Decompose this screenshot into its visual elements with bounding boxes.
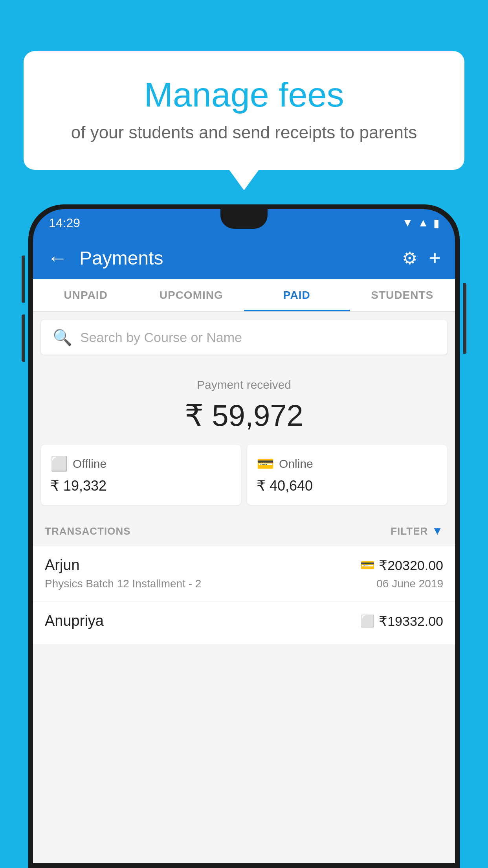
speech-bubble: Manage fees of your students and send re… bbox=[24, 51, 464, 170]
payment-summary: Payment received ₹ 59,972 bbox=[33, 362, 455, 445]
search-bar[interactable]: 🔍 Search by Course or Name bbox=[41, 320, 447, 355]
status-icons: ▼ ▲ ▮ bbox=[402, 217, 439, 230]
transaction-row-top: Arjun 💳 ₹20320.00 bbox=[45, 557, 443, 574]
payment-received-amount: ₹ 59,972 bbox=[41, 398, 447, 433]
phone-side-button-right bbox=[463, 283, 466, 354]
tab-upcoming[interactable]: UPCOMING bbox=[139, 279, 244, 311]
transaction-amount: ₹20320.00 bbox=[379, 557, 443, 573]
online-payment-card: 💳 Online ₹ 40,640 bbox=[247, 445, 447, 505]
transaction-date: 06 June 2019 bbox=[376, 577, 443, 590]
add-icon[interactable]: + bbox=[429, 246, 441, 270]
online-card-header: 💳 Online bbox=[257, 456, 438, 472]
status-bar: 14:29 ▼ ▲ ▮ bbox=[33, 209, 455, 237]
app-bar: ← Payments ⚙ + bbox=[33, 237, 455, 279]
amount-info: ⬜ ₹19332.00 bbox=[360, 613, 443, 629]
wifi-icon: ▼ bbox=[402, 217, 413, 229]
payment-type-icon: 💳 bbox=[360, 558, 375, 572]
offline-amount: ₹ 19,332 bbox=[50, 478, 231, 494]
speech-bubble-container: Manage fees of your students and send re… bbox=[24, 51, 464, 170]
status-time: 14:29 bbox=[49, 216, 80, 230]
online-icon: 💳 bbox=[257, 456, 274, 472]
tab-unpaid[interactable]: UNPAID bbox=[33, 279, 139, 311]
speech-bubble-subtext: of your students and send receipts to pa… bbox=[55, 123, 433, 142]
speech-bubble-heading: Manage fees bbox=[55, 75, 433, 115]
online-label: Online bbox=[279, 457, 313, 471]
phone-side-button-left-bottom bbox=[22, 314, 25, 362]
page-title: Payments bbox=[79, 247, 402, 269]
payment-received-label: Payment received bbox=[41, 378, 447, 392]
app-bar-actions: ⚙ + bbox=[402, 246, 441, 270]
battery-icon: ▮ bbox=[433, 217, 439, 230]
transaction-row-top: Anupriya ⬜ ₹19332.00 bbox=[45, 612, 443, 629]
online-amount: ₹ 40,640 bbox=[257, 478, 438, 494]
course-info: Physics Batch 12 Installment - 2 bbox=[45, 577, 201, 590]
phone-frame: 14:29 ▼ ▲ ▮ ← Payments ⚙ + UNPAID UPCOMI… bbox=[28, 204, 460, 868]
transaction-row[interactable]: Anupriya ⬜ ₹19332.00 bbox=[33, 601, 455, 644]
back-button[interactable]: ← bbox=[47, 246, 68, 270]
offline-card-header: ⬜ Offline bbox=[50, 456, 231, 472]
tabs-bar: UNPAID UPCOMING PAID STUDENTS bbox=[33, 279, 455, 312]
offline-payment-card: ⬜ Offline ₹ 19,332 bbox=[41, 445, 241, 505]
filter-icon: ▼ bbox=[432, 525, 443, 537]
search-placeholder: Search by Course or Name bbox=[80, 330, 242, 345]
phone-notch bbox=[220, 209, 268, 229]
transaction-row-bottom: Physics Batch 12 Installment - 2 06 June… bbox=[45, 577, 443, 590]
transaction-row[interactable]: Arjun 💳 ₹20320.00 Physics Batch 12 Insta… bbox=[33, 545, 455, 601]
offline-icon: ⬜ bbox=[50, 456, 68, 472]
phone-side-button-left-top bbox=[22, 256, 25, 303]
settings-icon[interactable]: ⚙ bbox=[402, 248, 417, 268]
filter-label: FILTER bbox=[391, 525, 428, 537]
signal-icon: ▲ bbox=[418, 217, 429, 229]
tab-students[interactable]: STUDENTS bbox=[350, 279, 455, 311]
filter-button[interactable]: FILTER ▼ bbox=[391, 525, 443, 537]
transactions-header: TRANSACTIONS FILTER ▼ bbox=[33, 517, 455, 545]
phone-inner: 14:29 ▼ ▲ ▮ ← Payments ⚙ + UNPAID UPCOMI… bbox=[33, 209, 455, 863]
screen-content: 🔍 Search by Course or Name Payment recei… bbox=[33, 312, 455, 863]
amount-info: 💳 ₹20320.00 bbox=[360, 557, 443, 573]
transaction-amount: ₹19332.00 bbox=[379, 613, 443, 629]
tab-paid[interactable]: PAID bbox=[244, 279, 350, 311]
student-name: Arjun bbox=[45, 557, 80, 574]
transactions-label: TRANSACTIONS bbox=[45, 525, 131, 537]
offline-label: Offline bbox=[73, 457, 106, 471]
search-icon: 🔍 bbox=[53, 328, 72, 347]
student-name: Anupriya bbox=[45, 612, 104, 629]
payment-cards: ⬜ Offline ₹ 19,332 💳 Online ₹ 40,640 bbox=[41, 445, 447, 505]
payment-type-icon: ⬜ bbox=[360, 614, 375, 628]
